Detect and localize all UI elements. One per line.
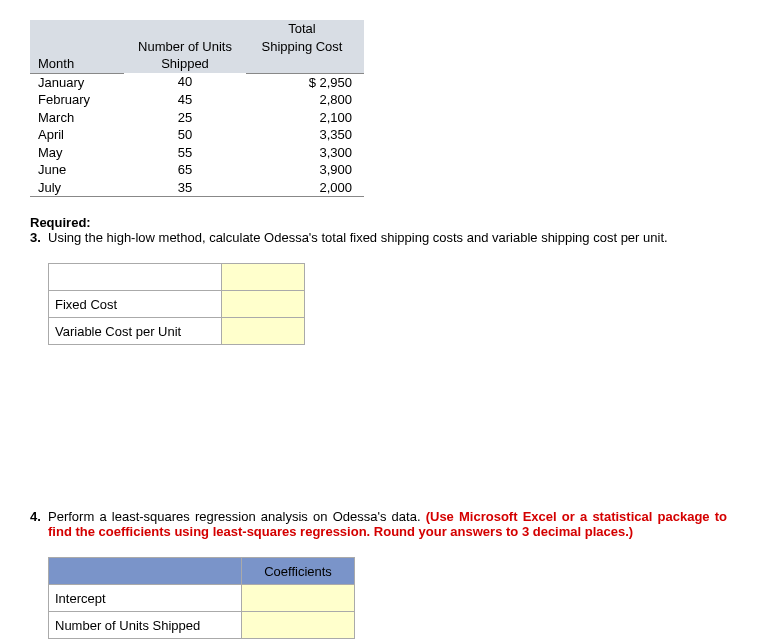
required-label: Required: xyxy=(30,215,727,230)
header-total: Total xyxy=(246,20,364,38)
q3-fixed-cost-label: Fixed Cost xyxy=(49,291,222,318)
table-row: February 45 2,800 xyxy=(30,91,364,109)
table-row: July 35 2,000 xyxy=(30,179,364,197)
q4-intercept-input[interactable] xyxy=(242,585,355,612)
q4-units-label: Number of Units Shipped xyxy=(49,612,242,639)
table-row: March 25 2,100 xyxy=(30,109,364,127)
table-row: May 55 3,300 xyxy=(30,144,364,162)
q4-answer-grid: Coefficients Intercept Number of Units S… xyxy=(48,557,355,639)
q4-coeff-header: Coefficients xyxy=(242,558,355,585)
q4-number: 4. xyxy=(30,509,48,539)
q3-number: 3. xyxy=(30,230,48,245)
table-row: April 50 3,350 xyxy=(30,126,364,144)
q4-intercept-label: Intercept xyxy=(49,585,242,612)
shipping-data-table: Total Number of Units Shipped Shipping C… xyxy=(30,20,364,197)
header-month: Month xyxy=(30,55,124,73)
q4-units-input[interactable] xyxy=(242,612,355,639)
table-row: January 40 $ 2,950 xyxy=(30,73,364,91)
q3-variable-cost-label: Variable Cost per Unit xyxy=(49,318,222,345)
q4-text: Perform a least-squares regression analy… xyxy=(48,509,727,539)
q3-text: Using the high-low method, calculate Ode… xyxy=(48,230,727,245)
header-shipping-cost: Shipping Cost xyxy=(246,38,364,56)
q3-variable-cost-input[interactable] xyxy=(222,318,305,345)
header-units: Number of Units Shipped xyxy=(124,38,246,74)
table-row: June 65 3,900 xyxy=(30,161,364,179)
q3-answer-grid: Fixed Cost Variable Cost per Unit xyxy=(48,263,305,345)
q3-fixed-cost-input[interactable] xyxy=(222,291,305,318)
